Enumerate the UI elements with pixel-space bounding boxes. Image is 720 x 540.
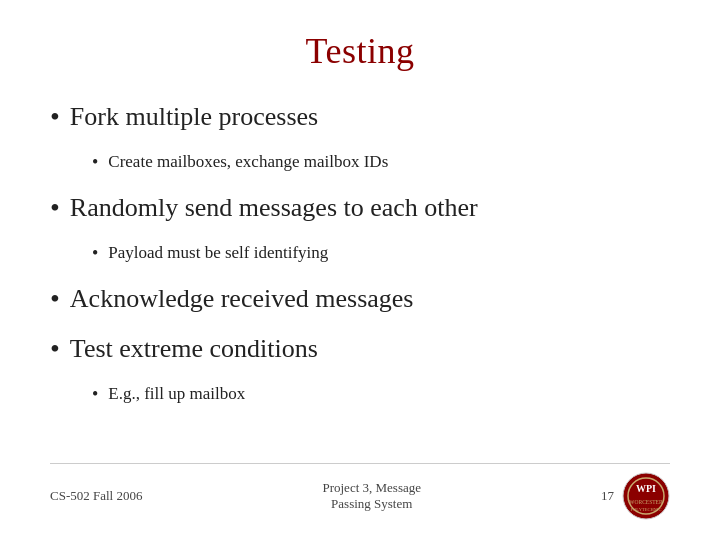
bullet-2: • Randomly send messages to each other [50, 191, 670, 225]
bullet-1-dot: • [50, 100, 60, 134]
bullet-1-sub-1-text: Create mailboxes, exchange mailbox IDs [108, 150, 388, 174]
bullet-4: • Test extreme conditions [50, 332, 670, 366]
bullet-3-text: Acknowledge received messages [70, 282, 414, 316]
slide-footer: CS-502 Fall 2006 Project 3, Message Pass… [50, 463, 670, 520]
svg-point-0 [623, 473, 669, 519]
bullet-4-dot: • [50, 332, 60, 366]
bullet-2-sub-1-text: Payload must be self identifying [108, 241, 328, 265]
svg-text:WPI: WPI [636, 483, 656, 494]
footer-right: 17 WPI WORCESTER POLYTECHNIC [601, 472, 670, 520]
footer-project-line2: Passing System [331, 496, 412, 511]
slide: Testing • Fork multiple processes • Crea… [0, 0, 720, 540]
footer-project-line1: Project 3, Message [322, 480, 421, 495]
bullet-2-text: Randomly send messages to each other [70, 191, 478, 225]
bullet-3-dot: • [50, 282, 60, 316]
bullet-1-sub-1-dot: • [92, 150, 98, 175]
bullet-4-sub-1-dot: • [92, 382, 98, 407]
bullet-2-sub-1: • Payload must be self identifying [92, 241, 670, 266]
bullet-2-sub-1-dot: • [92, 241, 98, 266]
bullet-1: • Fork multiple processes [50, 100, 670, 134]
footer-project: Project 3, Message Passing System [322, 480, 421, 512]
wpi-logo: WPI WORCESTER POLYTECHNIC [622, 472, 670, 520]
bullet-4-text: Test extreme conditions [70, 332, 318, 366]
bullet-2-dot: • [50, 191, 60, 225]
slide-title: Testing [50, 30, 670, 72]
bullet-4-sub-1-text: E.g., fill up mailbox [108, 382, 245, 406]
svg-text:POLYTECHNIC: POLYTECHNIC [631, 507, 662, 512]
footer-page-number: 17 [601, 488, 614, 504]
footer-course: CS-502 Fall 2006 [50, 488, 142, 504]
bullet-3: • Acknowledge received messages [50, 282, 670, 316]
bullet-1-sub-1: • Create mailboxes, exchange mailbox IDs [92, 150, 670, 175]
svg-text:WORCESTER: WORCESTER [629, 499, 663, 505]
bullet-4-sub-1: • E.g., fill up mailbox [92, 382, 670, 407]
bullet-1-text: Fork multiple processes [70, 100, 318, 134]
slide-content: • Fork multiple processes • Create mailb… [50, 100, 670, 463]
